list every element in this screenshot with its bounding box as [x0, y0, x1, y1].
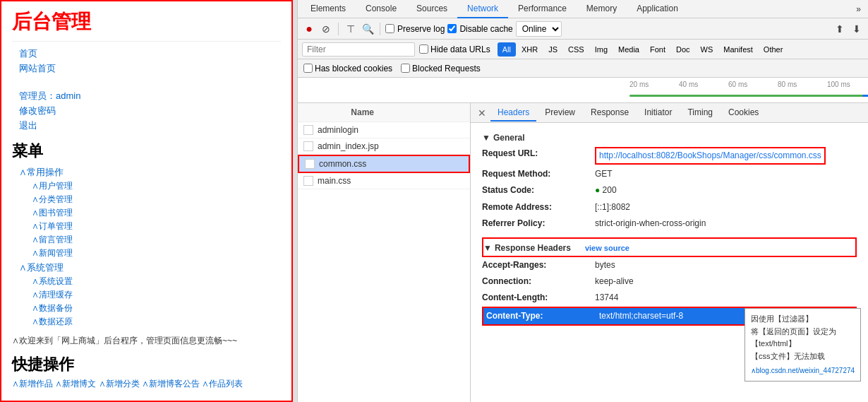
- detail-tab-headers[interactable]: Headers: [490, 105, 536, 122]
- preserve-log-checkbox[interactable]: Preserve log: [385, 24, 445, 34]
- timeline-label-80ms: 80 ms: [778, 81, 797, 88]
- nav-link-home[interactable]: 首页: [19, 48, 37, 59]
- has-blocked-cookies-checkbox[interactable]: Has blocked cookies: [303, 64, 392, 73]
- menu-list: ∧常用操作 ∧用户管理 ∧分类管理 ∧图书管理 ∧订单管理 ∧留言管理 ∧新闻管…: [12, 166, 281, 328]
- filter-type-js[interactable]: JS: [543, 42, 562, 57]
- menu-item-backup[interactable]: ∧数据备份: [32, 302, 281, 314]
- nav-item-admin[interactable]: 管理员：admin: [19, 90, 281, 102]
- filter-type-xhr[interactable]: XHR: [517, 42, 543, 57]
- nav-link-website[interactable]: 网站首页: [19, 63, 56, 73]
- devtools-toolbar: ● ⊘ ⊤ 🔍 Preserve log Disable cache Onlin…: [298, 18, 868, 40]
- response-headers-section-header[interactable]: ▼ Response Headers view source: [482, 237, 857, 257]
- general-section-header[interactable]: ▼ General: [482, 129, 857, 146]
- file-name-admin-index: admin_index.jsp: [318, 141, 379, 151]
- menu-item-users[interactable]: ∧用户管理: [32, 180, 281, 192]
- menu-item-orders[interactable]: ∧订单管理: [32, 220, 281, 232]
- tab-console[interactable]: Console: [356, 0, 406, 18]
- blocked-requests-checkbox[interactable]: Blocked Requests: [401, 64, 481, 73]
- view-source-link[interactable]: view source: [585, 244, 629, 252]
- connection-row: Connection: keep-alive: [482, 273, 857, 290]
- file-icon-admin-index: [303, 141, 313, 151]
- file-item-adminlogin[interactable]: adminlogin: [298, 122, 470, 138]
- filter-type-img[interactable]: Img: [590, 42, 613, 57]
- more-tabs-icon[interactable]: »: [852, 4, 865, 14]
- nav-item-home[interactable]: 首页: [19, 47, 281, 60]
- hide-data-urls-checkbox[interactable]: Hide data URLs: [419, 45, 490, 54]
- menu-item-cache[interactable]: ∧清理缓存: [32, 289, 281, 301]
- file-item-common-css[interactable]: common.css: [298, 155, 470, 173]
- stop-button[interactable]: ⊘: [319, 22, 333, 36]
- menu-item-books[interactable]: ∧图书管理: [32, 207, 281, 219]
- blocked-requests-label: Blocked Requests: [412, 64, 481, 73]
- file-icon-adminlogin: [303, 125, 313, 135]
- nav-link-logout[interactable]: 退出: [19, 120, 37, 131]
- menu-group-common[interactable]: ∧常用操作 ∧用户管理 ∧分类管理 ∧图书管理 ∧订单管理 ∧留言管理 ∧新闻管…: [19, 166, 281, 259]
- timeline-label-100ms: 100 ms: [827, 81, 850, 88]
- close-details-button[interactable]: ✕: [475, 107, 489, 119]
- accept-ranges-value: bytes: [595, 259, 615, 272]
- nav-link-admin[interactable]: 管理员：admin: [19, 90, 80, 101]
- nav-link-change-pwd[interactable]: 修改密码: [19, 105, 56, 116]
- timeline-label-60ms: 60 ms: [728, 81, 747, 88]
- record-button[interactable]: ●: [302, 22, 316, 36]
- filter-type-doc[interactable]: Doc: [671, 42, 695, 57]
- has-blocked-cookies-input[interactable]: [303, 64, 313, 73]
- site-title: 后台管理: [12, 8, 281, 42]
- filter-type-other[interactable]: Other: [759, 42, 788, 57]
- search-button[interactable]: 🔍: [361, 22, 375, 36]
- response-headers-section: ▼ Response Headers view source Accept-Ra…: [482, 237, 857, 326]
- blocked-requests-input[interactable]: [401, 64, 410, 73]
- hide-data-urls-input[interactable]: [419, 45, 428, 54]
- has-blocked-cookies-label: Has blocked cookies: [315, 64, 392, 73]
- nav-item-change-pwd[interactable]: 修改密码: [19, 105, 281, 117]
- filter-type-ws[interactable]: WS: [696, 42, 718, 57]
- menu-group-system[interactable]: ∧系统管理 ∧系统设置 ∧清理缓存 ∧数据备份 ∧数据还原: [19, 261, 281, 328]
- throttle-select[interactable]: Online: [516, 21, 562, 37]
- response-headers-title: Response Headers: [495, 243, 571, 253]
- filter-input[interactable]: [302, 42, 415, 57]
- menu-group-common-link[interactable]: ∧常用操作: [19, 167, 64, 177]
- tab-network[interactable]: Network: [457, 0, 508, 18]
- download-button[interactable]: ⬇: [850, 22, 864, 36]
- disable-cache-input[interactable]: [447, 24, 457, 33]
- remote-address-label: Remote Address:: [482, 201, 595, 214]
- file-item-main-css[interactable]: main.css: [298, 173, 470, 189]
- tab-performance[interactable]: Performance: [508, 0, 577, 18]
- quick-ops-links[interactable]: ∧新增作品 ∧新增博文 ∧新增分类 ∧新增博客公告 ∧作品列表: [12, 378, 281, 390]
- content-length-row: Content-Length: 13744: [482, 290, 857, 306]
- menu-item-news[interactable]: ∧新闻管理: [32, 247, 281, 259]
- upload-button[interactable]: ⬆: [833, 22, 847, 36]
- menu-item-restore[interactable]: ∧数据还原: [32, 316, 281, 328]
- menu-item-category[interactable]: ∧分类管理: [32, 194, 281, 206]
- filter-type-css[interactable]: CSS: [563, 42, 589, 57]
- detail-tab-timing[interactable]: Timing: [680, 105, 720, 122]
- status-indicator-icon: ●: [595, 185, 600, 195]
- file-item-admin-index[interactable]: admin_index.jsp: [298, 138, 470, 155]
- nav-item-website[interactable]: 网站首页: [19, 62, 281, 75]
- filter-type-manifest[interactable]: Manifest: [718, 42, 758, 57]
- details-panel: ✕ Headers Preview Response Initiator Tim…: [471, 103, 868, 402]
- filter-button[interactable]: ⊤: [344, 22, 358, 36]
- menu-item-settings[interactable]: ∧系统设置: [32, 276, 281, 288]
- preserve-log-input[interactable]: [385, 24, 394, 33]
- menu-group-system-link[interactable]: ∧系统管理: [19, 262, 64, 273]
- menu-item-messages[interactable]: ∧留言管理: [32, 234, 281, 246]
- nav-list: 首页 网站首页: [12, 47, 281, 75]
- filter-type-all[interactable]: All: [498, 42, 516, 57]
- detail-tab-initiator[interactable]: Initiator: [637, 105, 679, 122]
- tab-elements[interactable]: Elements: [301, 0, 356, 18]
- upload-download-buttons: ⬆ ⬇: [833, 22, 864, 36]
- nav-item-logout[interactable]: 退出: [19, 119, 281, 132]
- devtools-panel: Elements Console Sources Network Perform…: [297, 0, 868, 402]
- detail-tab-cookies[interactable]: Cookies: [721, 105, 766, 122]
- response-headers-arrow-icon: ▼: [483, 243, 492, 253]
- tab-sources[interactable]: Sources: [406, 0, 457, 18]
- filter-type-font[interactable]: Font: [645, 42, 670, 57]
- detail-tab-preview[interactable]: Preview: [538, 105, 582, 122]
- request-url-label: Request URL:: [482, 147, 595, 165]
- disable-cache-checkbox[interactable]: Disable cache: [447, 24, 512, 34]
- filter-type-media[interactable]: Media: [613, 42, 644, 57]
- tab-memory[interactable]: Memory: [577, 0, 627, 18]
- detail-tab-response[interactable]: Response: [584, 105, 636, 122]
- tab-application[interactable]: Application: [627, 0, 688, 18]
